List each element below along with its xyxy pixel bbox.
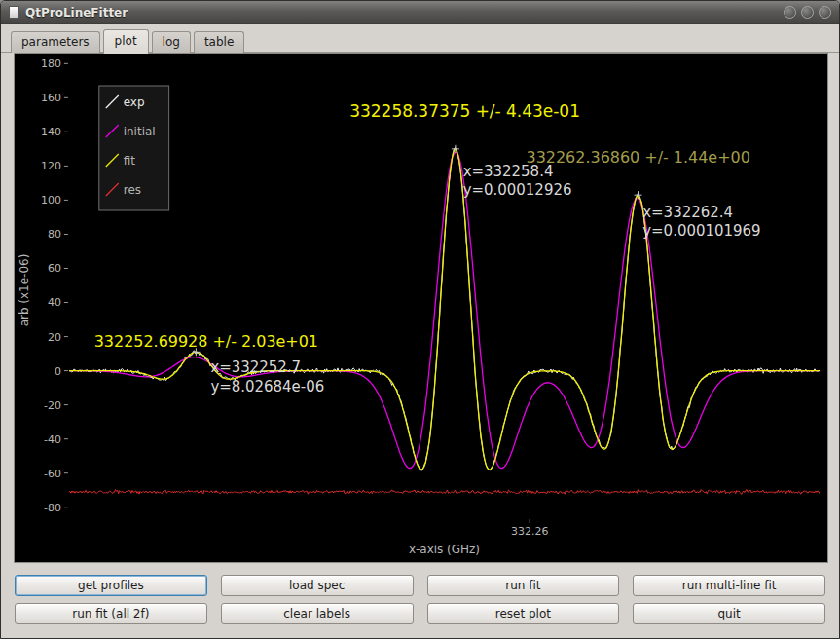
button-grid: get profiles load spec run fit run multi… [1,563,839,624]
svg-text:180: 180 [41,57,61,70]
svg-text:332252.69928 +/- 2.03e+01: 332252.69928 +/- 2.03e+01 [94,332,318,351]
quit-button[interactable]: quit [633,603,825,624]
svg-text:exp: exp [124,95,145,109]
svg-text:res: res [124,183,141,197]
tab-bar: parameters plot log table [1,24,839,53]
clear-labels-button[interactable]: clear labels [221,603,414,624]
plot-canvas[interactable]: 180160140120100806040200-20-40-60-80332.… [15,54,827,562]
app-window: QtProLineFitter parameters plot log tabl… [0,0,840,639]
run-fit-button[interactable]: run fit [427,575,620,596]
svg-text:0: 0 [55,365,61,378]
run-multi-line-fit-button[interactable]: run multi-line fit [633,575,825,596]
svg-text:-60: -60 [44,468,61,480]
close-icon[interactable] [819,6,831,19]
svg-text:60: 60 [48,262,61,275]
svg-text:100: 100 [41,194,61,207]
tab-table[interactable]: table [194,31,244,53]
svg-text:arb (x1e-06): arb (x1e-06) [18,254,31,327]
svg-text:160: 160 [41,92,61,104]
run-fit-all-2f-button[interactable]: run fit (all 2f) [15,603,207,624]
tab-plot[interactable]: plot [103,29,149,54]
minimize-icon[interactable] [784,6,796,19]
svg-text:x=332252.7y=8.02684e-06: x=332252.7y=8.02684e-06 [210,358,324,395]
svg-text:x-axis (GHz): x-axis (GHz) [409,543,480,556]
reset-plot-button[interactable]: reset plot [427,603,620,624]
titlebar[interactable]: QtProLineFitter [1,1,839,24]
svg-text:80: 80 [48,228,61,241]
svg-text:332262.36860 +/- 1.44e+00: 332262.36860 +/- 1.44e+00 [527,148,750,167]
svg-text:-40: -40 [44,433,61,446]
load-spec-button[interactable]: load spec [221,575,414,596]
svg-text:x=332262.4y=0.000101969: x=332262.4y=0.000101969 [642,204,760,241]
app-icon [9,6,19,19]
svg-text:-80: -80 [44,502,61,514]
svg-text:fit: fit [124,154,136,168]
window-controls [784,6,831,19]
window-title: QtProLineFitter [25,6,778,19]
tab-parameters[interactable]: parameters [11,31,100,53]
maximize-icon[interactable] [801,6,814,19]
svg-text:332258.37375 +/- 4.43e-01: 332258.37375 +/- 4.43e-01 [349,101,580,121]
svg-text:x=332258.4y=0.00012926: x=332258.4y=0.00012926 [463,163,572,200]
svg-text:initial: initial [124,125,156,138]
svg-text:40: 40 [48,296,61,309]
svg-text:140: 140 [41,126,61,138]
plot-panel: 180160140120100806040200-20-40-60-80332.… [14,53,828,563]
tab-log[interactable]: log [152,31,191,53]
svg-text:120: 120 [41,160,61,172]
svg-text:332.26: 332.26 [511,525,548,538]
svg-text:20: 20 [48,331,61,344]
get-profiles-button[interactable]: get profiles [15,575,207,596]
svg-text:-20: -20 [44,399,61,412]
